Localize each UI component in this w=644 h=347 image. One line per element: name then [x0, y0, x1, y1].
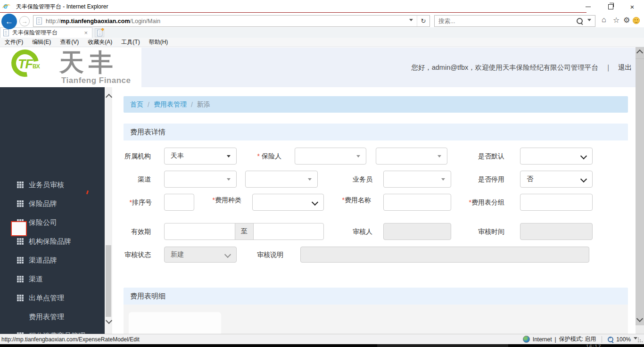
browser-scrollbar[interactable]	[636, 47, 644, 334]
sort-input[interactable]	[165, 194, 194, 210]
scroll-down-icon[interactable]	[106, 317, 112, 324]
channel-sub-combobox[interactable]	[245, 171, 318, 188]
autocomplete-dropdown-button[interactable]	[405, 16, 417, 26]
dropdown-triangle-icon[interactable]	[227, 155, 231, 159]
forward-button[interactable]: →	[19, 16, 30, 26]
scrollbar-thumb[interactable]	[636, 58, 644, 314]
menu-favorites[interactable]: 收藏夹(A)	[88, 38, 112, 46]
menu-view[interactable]: 查看(V)	[60, 38, 79, 46]
zoom-level[interactable]: 100%	[616, 336, 631, 343]
fee-name-input[interactable]	[384, 194, 451, 210]
valid-from-input[interactable]	[165, 223, 235, 240]
dropdown-triangle-icon[interactable]	[227, 178, 231, 182]
star-icon: ☆	[613, 16, 619, 24]
menu-edit[interactable]: 编辑(E)	[32, 38, 51, 46]
audit-note-label: 审核说明	[242, 250, 283, 260]
chevron-down-icon	[312, 199, 318, 206]
search-icon[interactable]	[577, 18, 583, 24]
valid-from-input-wrap	[164, 223, 235, 240]
fee-name-input-wrap	[383, 194, 451, 211]
valid-label: 有效期	[112, 227, 151, 237]
sidebar-item-issue-point[interactable]: 出单点管理	[0, 289, 105, 307]
restore-button[interactable]	[603, 2, 619, 11]
user-greeting: 您好，admin@tfbx，欢迎使用天丰保险经纪有限公司管理平台 ｜ 退出	[411, 63, 632, 72]
menu-tools[interactable]: 工具(T)	[121, 38, 140, 46]
fee-group-input-wrap	[520, 194, 593, 211]
scroll-up-icon[interactable]	[106, 94, 112, 100]
menu-help[interactable]: 帮助(H)	[149, 38, 168, 46]
minimize-button[interactable]	[580, 2, 596, 11]
dropdown-triangle-icon[interactable]	[438, 155, 441, 159]
search-dropdown-button[interactable]	[583, 16, 595, 26]
feedback-smiley-icon[interactable]	[633, 17, 640, 24]
default-select[interactable]	[520, 148, 593, 165]
valid-to-input[interactable]	[254, 223, 323, 240]
breadcrumb-home[interactable]: 首页	[130, 100, 143, 109]
channel-combobox[interactable]	[164, 171, 237, 188]
tab-active[interactable]: 天丰保险管理平台 ×	[0, 27, 92, 38]
window-titlebar: e 天丰保险管理平台 - Internet Explorer ×	[0, 0, 644, 13]
back-button[interactable]: ←	[1, 14, 17, 29]
home-button[interactable]: ⌂	[602, 16, 606, 24]
tools-button[interactable]: ⚙	[623, 16, 630, 25]
audit-time-label: 审核时间	[461, 227, 504, 237]
brand-cn: 天丰	[59, 49, 118, 76]
valid-to-input-wrap	[253, 223, 324, 240]
sidebar-item-expense-table[interactable]: 费用表管理	[0, 307, 105, 326]
close-icon: ×	[630, 3, 635, 10]
screen: e 天丰保险管理平台 - Internet Explorer × ← → htt…	[0, 0, 644, 347]
sidebar-scrollbar-thumb[interactable]	[106, 245, 111, 317]
org-combobox[interactable]: 天丰	[164, 148, 237, 165]
insurer-sub-combobox[interactable]	[376, 148, 447, 165]
dropdown-triangle-icon[interactable]	[441, 178, 445, 182]
taskbar-clock: 16:17	[586, 344, 602, 347]
breadcrumb-separator: /	[191, 101, 193, 108]
tab-close-icon[interactable]: ×	[83, 29, 89, 36]
zoom-icon[interactable]	[608, 337, 613, 342]
address-bar[interactable]: http://mp.tianfengbaoxian.com/Login/Main…	[33, 15, 430, 27]
scroll-up-icon	[636, 50, 643, 56]
resize-grip[interactable]	[638, 338, 643, 343]
scrollbar-down-button[interactable]	[636, 314, 644, 325]
stop-value: 否	[527, 175, 533, 183]
home-icon: ⌂	[602, 16, 606, 24]
ie-logo-icon: e	[3, 1, 8, 11]
insurer-combobox[interactable]	[295, 148, 366, 165]
sidebar-item-channel[interactable]: 渠道	[0, 270, 105, 289]
search-box	[434, 15, 595, 27]
insurer-label: *保险人	[232, 151, 281, 161]
back-arrow-icon: ←	[5, 17, 13, 26]
url-text: http://mp.tianfengbaoxian.com/Login/Main	[46, 18, 160, 25]
required-mark: *	[257, 152, 260, 160]
menu-bar: 文件(F) 编辑(E) 查看(V) 收藏夹(A) 工具(T) 帮助(H)	[0, 38, 644, 47]
chevron-down-icon	[580, 153, 587, 159]
grid-icon	[17, 295, 24, 301]
fee-type-select[interactable]	[252, 194, 324, 211]
audit-status-value: 新建	[171, 250, 184, 259]
search-input[interactable]	[435, 18, 577, 25]
scrollbar-up-button[interactable]	[636, 47, 644, 58]
menu-file[interactable]: 文件(F)	[5, 38, 23, 46]
zoom-caret-icon[interactable]	[634, 337, 637, 341]
favorites-button[interactable]: ☆	[613, 16, 619, 25]
dropdown-triangle-icon[interactable]	[308, 178, 312, 182]
internet-globe-icon	[523, 336, 530, 343]
minimize-icon	[586, 7, 591, 7]
grid-icon	[17, 182, 24, 188]
sidebar: 业务员审核 保险品牌 保险公司 机构保险品牌 渠道品牌 渠道 出单点管理 费用表…	[0, 87, 105, 334]
stop-select[interactable]: 否	[520, 171, 593, 188]
dropdown-triangle-icon[interactable]	[356, 155, 360, 159]
sidebar-item-insurance-brand[interactable]: 保险品牌	[0, 194, 105, 213]
sidebar-item-salesman-audit[interactable]: 业务员审核	[0, 175, 105, 194]
logout-link[interactable]: 退出	[618, 63, 632, 72]
org-label: 所属机构	[112, 151, 151, 161]
new-tab-button[interactable]	[95, 28, 104, 37]
breadcrumb-section[interactable]: 费用表管理	[154, 100, 187, 109]
salesman-combobox[interactable]	[383, 171, 451, 188]
detail-list-card	[129, 312, 221, 334]
fee-type-label: *费用种类	[203, 195, 241, 205]
close-button[interactable]: ×	[624, 2, 640, 11]
refresh-button[interactable]: ↻	[417, 16, 429, 26]
sidebar-item-channel-brand[interactable]: 渠道品牌	[0, 251, 105, 270]
fee-group-input[interactable]	[520, 194, 592, 210]
